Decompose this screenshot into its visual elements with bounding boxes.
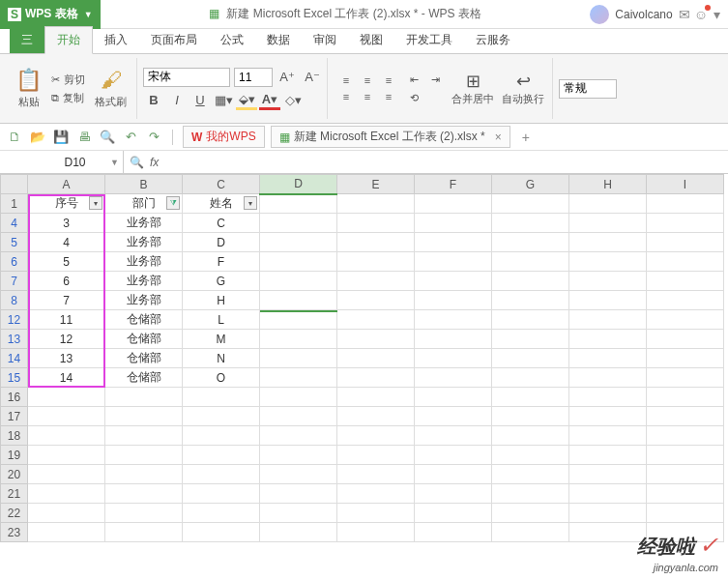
cell[interactable]: [28, 523, 105, 542]
cell[interactable]: [647, 330, 724, 349]
tab-page-layout[interactable]: 页面布局: [139, 27, 209, 53]
name-box[interactable]: D10 ▼: [27, 151, 124, 173]
cell[interactable]: [492, 349, 569, 368]
align-top-button[interactable]: ≡: [336, 73, 356, 88]
cell[interactable]: [183, 523, 260, 542]
cell[interactable]: 业务部: [105, 214, 183, 233]
cell[interactable]: [492, 252, 569, 272]
cell[interactable]: [337, 349, 415, 368]
cell[interactable]: [105, 504, 183, 523]
cell[interactable]: [337, 446, 415, 465]
cell[interactable]: [183, 388, 260, 407]
cell[interactable]: [105, 388, 183, 407]
cell[interactable]: [260, 446, 337, 465]
spreadsheet[interactable]: ABCDEFGHI1序号▾部门⧩姓名▾43业务部C54业务部D65业务部F76业…: [0, 174, 728, 580]
cell[interactable]: 11: [28, 310, 105, 330]
cell[interactable]: [415, 388, 492, 407]
cell[interactable]: [492, 233, 569, 252]
cell[interactable]: [260, 310, 337, 330]
row-header-7[interactable]: 7: [1, 272, 28, 291]
cell[interactable]: [105, 523, 183, 542]
cell[interactable]: [492, 330, 569, 349]
align-right-button[interactable]: ≡: [379, 90, 398, 104]
cell[interactable]: [260, 465, 337, 484]
increase-indent-button[interactable]: ⇥: [425, 72, 445, 87]
cell[interactable]: [492, 214, 569, 233]
cell[interactable]: [415, 504, 492, 523]
cell[interactable]: [492, 465, 569, 484]
cell[interactable]: [337, 368, 415, 388]
merge-button[interactable]: ⊞ 合并居中: [448, 71, 498, 106]
add-tab-button[interactable]: +: [516, 130, 536, 145]
cell[interactable]: [337, 504, 415, 523]
row-header-16[interactable]: 16: [1, 388, 28, 407]
cell[interactable]: M: [183, 330, 260, 349]
cell[interactable]: [337, 194, 415, 214]
cell[interactable]: [183, 484, 260, 504]
cell[interactable]: 业务部: [105, 252, 183, 272]
row-header-18[interactable]: 18: [1, 426, 28, 446]
cell[interactable]: [337, 407, 415, 426]
align-bottom-button[interactable]: ≡: [379, 73, 398, 88]
cell[interactable]: [260, 194, 337, 214]
cell[interactable]: [569, 194, 647, 214]
cell[interactable]: [569, 407, 647, 426]
cell[interactable]: [337, 252, 415, 272]
cut-button[interactable]: ✂剪切: [49, 72, 87, 88]
cell[interactable]: [28, 407, 105, 426]
row-header-4[interactable]: 4: [1, 214, 28, 233]
col-header-G[interactable]: G: [492, 175, 569, 194]
cell[interactable]: [260, 214, 337, 233]
cell[interactable]: [337, 272, 415, 291]
filter-icon[interactable]: ▾: [89, 196, 102, 210]
cell[interactable]: C: [183, 214, 260, 233]
cell[interactable]: [337, 426, 415, 446]
avatar[interactable]: [590, 5, 609, 24]
cell[interactable]: [492, 310, 569, 330]
cell[interactable]: [647, 388, 724, 407]
cell[interactable]: [337, 214, 415, 233]
redo-button[interactable]: ↷: [145, 129, 162, 146]
decrease-indent-button[interactable]: ⇤: [404, 72, 423, 87]
cell[interactable]: [569, 349, 647, 368]
font-size-select[interactable]: [234, 68, 273, 87]
col-header-H[interactable]: H: [569, 175, 647, 194]
cell[interactable]: 12: [28, 330, 105, 349]
fill-color-button[interactable]: ⬙▾: [236, 91, 257, 110]
cell[interactable]: [260, 233, 337, 252]
preview-button[interactable]: 🔍: [99, 129, 116, 146]
cell[interactable]: [28, 484, 105, 504]
row-header-15[interactable]: 15: [1, 368, 28, 388]
cell[interactable]: [105, 407, 183, 426]
new-button[interactable]: 🗋: [6, 129, 23, 146]
cell[interactable]: [647, 252, 724, 272]
cell[interactable]: [647, 504, 724, 523]
cell[interactable]: 业务部: [105, 291, 183, 310]
col-header-C[interactable]: C: [183, 175, 260, 194]
cell[interactable]: [415, 233, 492, 252]
header-cell[interactable]: 序号▾: [28, 194, 105, 214]
cell[interactable]: H: [183, 291, 260, 310]
row-header-12[interactable]: 12: [1, 310, 28, 330]
cell[interactable]: [337, 291, 415, 310]
cell[interactable]: [337, 388, 415, 407]
row-header-8[interactable]: 8: [1, 291, 28, 310]
cell[interactable]: [647, 407, 724, 426]
cell[interactable]: [337, 523, 415, 542]
cell[interactable]: [260, 523, 337, 542]
cell[interactable]: [492, 272, 569, 291]
row-header-17[interactable]: 17: [1, 407, 28, 426]
message-icon[interactable]: ✉: [679, 7, 690, 22]
cell[interactable]: [260, 504, 337, 523]
cell[interactable]: [569, 233, 647, 252]
cell[interactable]: [415, 368, 492, 388]
cell[interactable]: [492, 446, 569, 465]
cell[interactable]: [492, 484, 569, 504]
cell[interactable]: [647, 446, 724, 465]
my-wps-tab[interactable]: W 我的WPS: [183, 126, 265, 148]
row-header-14[interactable]: 14: [1, 349, 28, 368]
tab-view[interactable]: 视图: [348, 27, 394, 53]
row-header-6[interactable]: 6: [1, 252, 28, 272]
font-name-select[interactable]: [143, 68, 230, 87]
cell[interactable]: [569, 523, 647, 542]
